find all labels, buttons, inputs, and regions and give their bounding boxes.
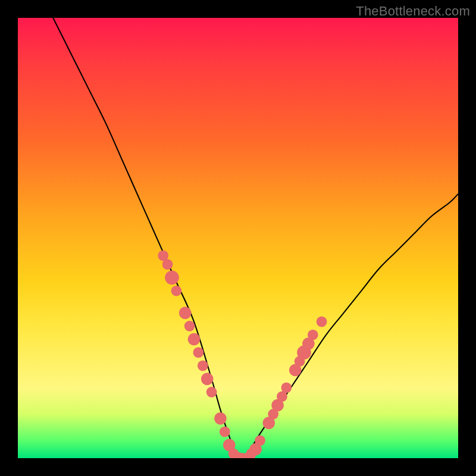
curve-marker	[281, 383, 292, 393]
curve-marker	[220, 427, 230, 437]
curve-marker	[255, 436, 265, 446]
curve-marker	[184, 321, 195, 331]
curve-markers	[158, 250, 327, 458]
watermark-text: TheBottleneck.com	[356, 4, 470, 19]
curve-marker	[317, 317, 327, 327]
curve-marker	[214, 412, 227, 425]
curve-marker	[198, 361, 208, 371]
chart-frame: TheBottleneck.com	[0, 0, 476, 476]
curve-marker	[201, 372, 214, 385]
curve-marker	[308, 330, 318, 340]
curve-marker	[188, 333, 201, 346]
curve-marker	[162, 259, 173, 270]
curve-marker	[171, 286, 182, 296]
curve-marker	[206, 387, 217, 397]
curve-marker	[165, 271, 179, 285]
curve-marker	[179, 306, 192, 319]
curve-marker	[193, 347, 204, 358]
chart-svg	[18, 18, 458, 458]
bottleneck-curve	[53, 18, 458, 458]
plot-area	[18, 18, 458, 458]
